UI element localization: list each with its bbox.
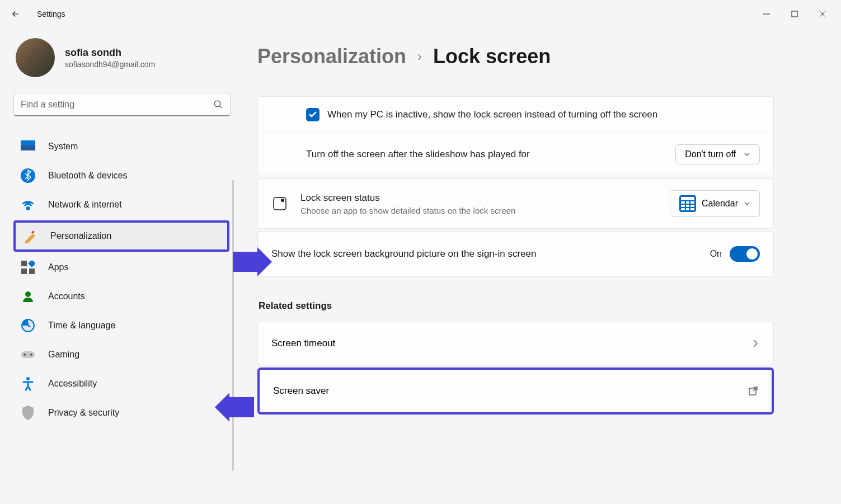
search-input[interactable] [21, 100, 213, 110]
nav-item-network[interactable]: Network & internet [13, 191, 229, 218]
checkbox-label: When my PC is inactive, show the lock sc… [327, 109, 657, 120]
nav-item-accessibility[interactable]: Accessibility [13, 370, 229, 397]
status-app-dropdown[interactable]: Calendar [670, 190, 760, 217]
annotation-arrow-personalization [233, 252, 260, 272]
svg-rect-9 [21, 261, 27, 266]
profile-section[interactable]: sofia sondh sofiasondh94@gmail.com [13, 38, 229, 77]
svg-rect-12 [29, 269, 35, 274]
close-icon [819, 11, 826, 17]
svg-rect-7 [21, 145, 35, 150]
setting-title: Lock screen status [300, 192, 670, 204]
chevron-down-icon [744, 151, 750, 158]
maximize-button[interactable] [781, 3, 809, 25]
inactive-checkbox-row[interactable]: When my PC is inactive, show the lock sc… [258, 97, 773, 133]
back-arrow-icon [11, 9, 21, 19]
accessibility-icon [20, 376, 36, 392]
setting-subtitle: Choose an app to show detailed status on… [300, 206, 670, 215]
nav-label: Gaming [48, 350, 79, 360]
nav-item-apps[interactable]: Apps [13, 254, 229, 281]
signin-bg-card[interactable]: Show the lock screen background picture … [257, 231, 774, 277]
nav-label: Apps [48, 262, 68, 272]
nav-item-accounts[interactable]: Accounts [13, 283, 229, 310]
link-label: Screen timeout [271, 338, 335, 349]
app-title: Settings [37, 10, 65, 18]
svg-rect-10 [28, 261, 35, 267]
nav-item-time[interactable]: Time & language [13, 312, 229, 339]
svg-point-20 [281, 199, 284, 202]
svg-rect-15 [21, 351, 35, 358]
accounts-icon [20, 289, 36, 304]
search-icon [213, 100, 223, 110]
chevron-down-icon [744, 200, 750, 207]
link-label: Screen saver [273, 385, 329, 397]
time-icon [20, 318, 36, 333]
lockscreen-status-card: Lock screen status Choose an app to show… [257, 178, 774, 229]
nav-label: System [48, 142, 78, 152]
screen-timeout-link[interactable]: Screen timeout [257, 322, 774, 365]
nav-item-bluetooth[interactable]: Bluetooth & devices [13, 162, 229, 189]
setting-label: Show the lock screen background picture … [271, 248, 710, 260]
screen-saver-link[interactable]: Screen saver [257, 368, 774, 414]
calendar-icon [679, 195, 696, 212]
avatar [16, 38, 55, 77]
nav-label: Accessibility [48, 379, 97, 389]
nav-label: Time & language [48, 321, 115, 331]
annotation-arrow-screensaver [227, 397, 254, 417]
gaming-icon [20, 347, 36, 362]
nav-label: Accounts [48, 291, 85, 302]
svg-rect-19 [274, 197, 286, 210]
svg-point-16 [24, 354, 26, 356]
apps-icon [20, 260, 36, 275]
close-button[interactable] [809, 3, 837, 25]
turnoff-row: Turn off the screen after the slideshow … [258, 133, 773, 176]
maximize-icon [791, 11, 798, 17]
checkbox-checked[interactable] [306, 108, 320, 121]
chevron-right-icon: › [417, 49, 422, 64]
svg-point-13 [25, 291, 31, 297]
status-row: Lock screen status Choose an app to show… [258, 179, 773, 228]
nav-label: Network & internet [48, 200, 122, 210]
lockscreen-options-card: When my PC is inactive, show the lock sc… [257, 96, 774, 176]
back-button[interactable] [4, 3, 27, 25]
svg-line-5 [219, 106, 222, 108]
network-icon [20, 197, 36, 213]
external-link-icon [748, 386, 758, 396]
system-icon [20, 139, 36, 154]
breadcrumb-parent[interactable]: Personalization [257, 45, 406, 68]
status-icon [271, 195, 288, 212]
setting-label: Turn off the screen after the slideshow … [306, 149, 530, 160]
svg-point-18 [26, 377, 30, 380]
svg-rect-11 [21, 269, 27, 274]
dropdown-value: Don't turn off [685, 149, 736, 159]
turnoff-dropdown[interactable]: Don't turn off [675, 144, 760, 164]
nav-item-personalization[interactable]: Personalization [16, 223, 227, 249]
svg-point-4 [214, 101, 220, 107]
profile-name: sofia sondh [65, 47, 155, 59]
breadcrumb: Personalization › Lock screen [257, 45, 774, 68]
nav-label: Bluetooth & devices [48, 171, 127, 181]
toggle-state-label: On [710, 249, 722, 259]
dropdown-value: Calendar [702, 199, 738, 209]
minimize-icon [763, 11, 770, 17]
breadcrumb-current: Lock screen [433, 45, 551, 68]
signin-bg-toggle[interactable] [730, 246, 760, 262]
minimize-button[interactable] [753, 3, 781, 25]
nav-item-privacy[interactable]: Privacy & security [13, 399, 229, 426]
nav-item-gaming[interactable]: Gaming [13, 341, 229, 368]
chevron-right-icon [751, 339, 760, 348]
sidebar-scrollbar[interactable] [232, 180, 234, 471]
related-settings-title: Related settings [259, 300, 774, 312]
privacy-icon [20, 405, 36, 421]
nav-label: Privacy & security [48, 408, 119, 418]
svg-point-17 [30, 354, 32, 356]
profile-email: sofiasondh94@gmail.com [65, 60, 155, 69]
nav-label: Personalization [50, 231, 111, 241]
nav-item-system[interactable]: System [13, 133, 229, 160]
check-icon [308, 110, 317, 119]
search-box[interactable] [13, 93, 231, 116]
bluetooth-icon [20, 168, 36, 183]
personalization-icon [22, 228, 38, 244]
svg-rect-1 [792, 11, 797, 17]
